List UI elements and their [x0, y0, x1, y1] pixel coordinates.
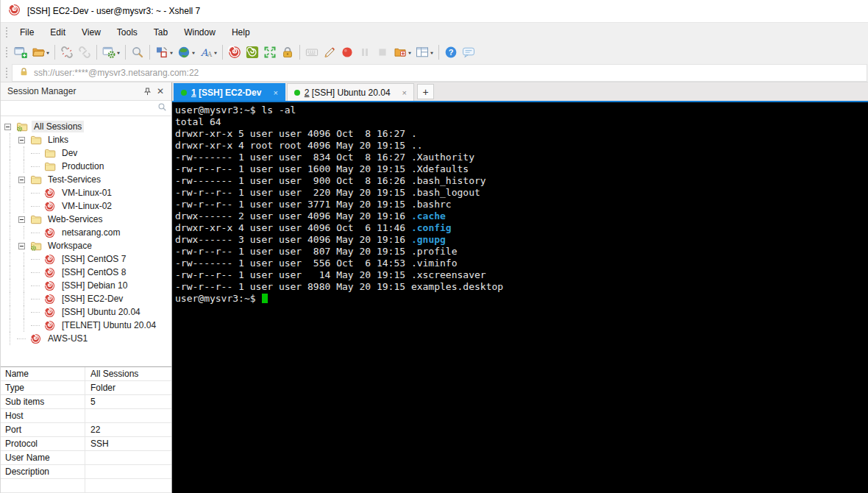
- feedback-button[interactable]: [460, 43, 477, 61]
- toolbar-grip[interactable]: [4, 46, 8, 59]
- session-icon: [44, 187, 56, 199]
- property-value: SSH: [85, 437, 171, 450]
- property-row-name: NameAll Sessions: [1, 367, 171, 381]
- property-row-host: Host: [1, 409, 171, 423]
- tab-close-icon[interactable]: ×: [402, 88, 407, 97]
- tree-item-ssh-centos-8[interactable]: [SSH] CentOS 8: [1, 266, 171, 279]
- help-button[interactable]: ?: [442, 43, 460, 61]
- tree-item-vm-linux-02[interactable]: VM-Linux-02: [1, 199, 171, 213]
- dropdown-caret-icon[interactable]: ▾: [214, 49, 217, 54]
- tree-collapse-icon[interactable]: [18, 137, 25, 143]
- compose-pane-button[interactable]: [321, 43, 338, 61]
- menu-edit[interactable]: Edit: [42, 24, 74, 40]
- tree-item-all-sessions[interactable]: All Sessions: [1, 120, 171, 133]
- session-icon: [44, 280, 56, 291]
- dropdown-caret-icon[interactable]: ▾: [170, 49, 173, 54]
- menu-view[interactable]: View: [74, 24, 109, 40]
- session-properties-icon: [102, 46, 115, 59]
- tree-item-ssh-ec2-dev[interactable]: [SSH] EC2-Dev: [1, 292, 171, 305]
- tree-item-label: VM-Linux-02: [60, 200, 114, 212]
- tree-item-netsarang-com[interactable]: netsarang.com: [1, 226, 171, 239]
- property-row-sub-items: Sub items5: [1, 395, 171, 409]
- dropdown-caret-icon[interactable]: ▾: [430, 49, 433, 54]
- terminal-tab-1[interactable]: 1 [SSH] EC2-Dev×: [174, 83, 285, 101]
- property-value: [85, 479, 171, 492]
- tree-item-production[interactable]: Production: [1, 160, 171, 173]
- menu-file[interactable]: File: [12, 24, 42, 40]
- pin-icon[interactable]: [140, 85, 154, 98]
- new-tab-button[interactable]: +: [417, 84, 434, 99]
- xshell-button[interactable]: [226, 43, 243, 61]
- terminal-text: user@mysvr3:~$: [175, 293, 256, 304]
- property-label: Type: [1, 381, 85, 394]
- tab-strip: 1 [SSH] EC2-Dev×2 [SSH] Ubuntu 20.04×+: [172, 82, 868, 102]
- menu-tab[interactable]: Tab: [146, 24, 176, 40]
- tree-indent-guide: [15, 292, 29, 305]
- xftp-icon: [246, 46, 259, 59]
- lock-screen-button[interactable]: [279, 43, 296, 61]
- tree-item-workspace[interactable]: Workspace: [1, 239, 171, 252]
- tree-item-web-services[interactable]: Web-Services: [1, 213, 171, 226]
- menu-bar: FileEditViewToolsTabWindowHelp: [1, 22, 868, 41]
- font-button[interactable]: AA▾: [197, 43, 219, 61]
- tree-indent-guide: [1, 319, 15, 332]
- terminal-tab-2[interactable]: 2 [SSH] Ubuntu 20.04×: [287, 83, 414, 101]
- stop-button: [374, 43, 391, 61]
- toolbar-separator: [96, 45, 97, 60]
- close-icon[interactable]: ✕: [154, 85, 167, 98]
- tree-collapse-icon[interactable]: [18, 243, 25, 249]
- tree-indent-guide: [1, 305, 15, 319]
- tree-item-label: Production: [60, 160, 106, 172]
- address-input[interactable]: ssh://user:****@mysvr3.netsarang.com:22: [12, 64, 867, 82]
- tab-close-icon[interactable]: ×: [273, 88, 277, 97]
- menu-tools[interactable]: Tools: [109, 24, 146, 40]
- tree-indent-guide: [15, 305, 29, 319]
- address-bar: ssh://user:****@mysvr3.netsarang.com:22: [1, 63, 868, 82]
- tree-indent-guide: [15, 199, 29, 213]
- property-row-user-name: User Name: [1, 451, 171, 465]
- dropdown-caret-icon[interactable]: ▾: [192, 49, 195, 54]
- addressbar-grip[interactable]: [4, 66, 8, 79]
- xftp-button[interactable]: [243, 43, 261, 61]
- terminal-cursor: [262, 294, 268, 303]
- record-session-button[interactable]: [338, 43, 356, 61]
- menubar-grip[interactable]: [4, 26, 8, 39]
- tree-item-ssh-debian-10[interactable]: [SSH] Debian 10: [1, 279, 171, 292]
- property-value: Folder: [85, 381, 171, 394]
- color-scheme-button[interactable]: ▾: [153, 43, 175, 61]
- find-button[interactable]: [129, 43, 146, 61]
- tree-item-links[interactable]: Links: [1, 133, 171, 146]
- open-sessions-button[interactable]: ▾: [29, 43, 51, 61]
- tree-item-telnet-ubuntu-20-04[interactable]: [TELNET] Ubuntu 20.04: [1, 319, 171, 332]
- new-session-button[interactable]: [12, 43, 29, 61]
- tree-collapse-icon[interactable]: [18, 216, 25, 223]
- tree-indent-guide: [1, 279, 15, 292]
- terminal-screen[interactable]: user@mysvr3:~$ ls -altotal 64drwxr-xr-x …: [172, 102, 868, 493]
- disconnect-button[interactable]: [58, 43, 76, 61]
- tree-item-ssh-ubuntu-20-04[interactable]: [SSH] Ubuntu 20.04: [1, 305, 171, 319]
- property-label: Host: [1, 409, 85, 422]
- dropdown-caret-icon[interactable]: ▾: [46, 49, 49, 54]
- pause-icon: [358, 46, 371, 59]
- tree-item-ssh-centos-7[interactable]: [SSH] CentOS 7: [1, 252, 171, 266]
- tree-indent-guide: [1, 292, 15, 305]
- fullscreen-button[interactable]: [261, 43, 279, 61]
- tree-item-test-services[interactable]: Test-Services: [1, 173, 171, 186]
- terminal-line: -rw------- 1 user user 834 Oct 8 16:27 .…: [175, 152, 868, 163]
- dropdown-caret-icon[interactable]: ▾: [408, 49, 411, 54]
- tree-item-aws-us1[interactable]: AWS-US1: [1, 332, 171, 345]
- tree-item-vm-linux-01[interactable]: VM-Linux-01: [1, 186, 171, 199]
- tree-collapse-icon[interactable]: [4, 124, 11, 130]
- tile-layout-button[interactable]: ▾: [413, 43, 435, 61]
- new-file-transfer-button[interactable]: ▾: [391, 43, 413, 61]
- menu-window[interactable]: Window: [176, 24, 224, 40]
- tree-item-dev[interactable]: Dev: [1, 146, 171, 160]
- tree-item-label: Workspace: [46, 240, 94, 252]
- terminal-text: -rw-r--r-- 1 user user 8980 May 20 19:15…: [175, 281, 503, 292]
- dropdown-caret-icon[interactable]: ▾: [117, 49, 120, 54]
- encoding-button[interactable]: ▾: [175, 43, 197, 61]
- menu-help[interactable]: Help: [224, 24, 258, 40]
- session-properties-button[interactable]: ▾: [100, 43, 122, 61]
- session-search-input[interactable]: [5, 102, 157, 114]
- tree-collapse-icon[interactable]: [18, 177, 25, 183]
